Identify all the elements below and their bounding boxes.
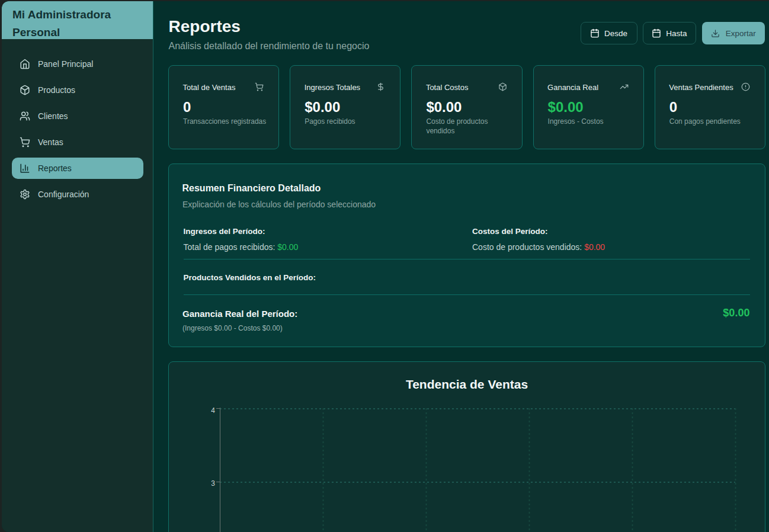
- svg-text:3: 3: [211, 479, 215, 488]
- svg-text:4: 4: [211, 406, 215, 415]
